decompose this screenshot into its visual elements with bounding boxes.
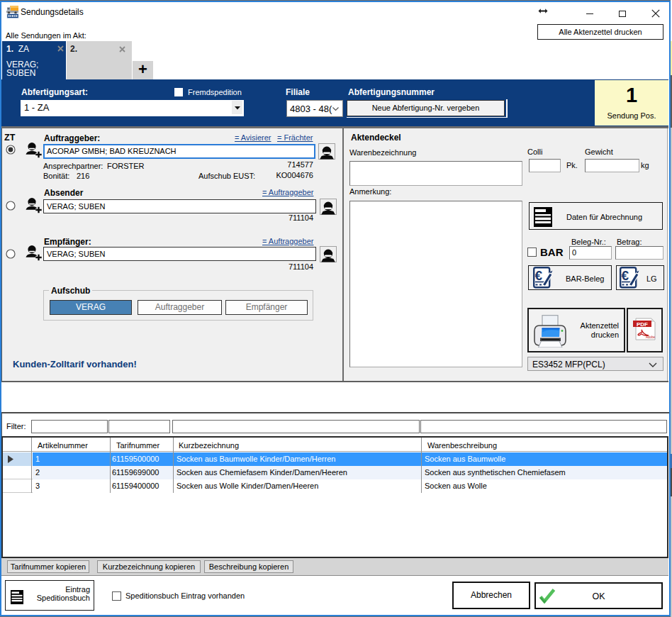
svg-text:PDF: PDF [637,321,648,328]
svg-text:Adobe: Adobe [646,335,656,339]
svg-text:€: € [622,268,629,283]
svg-text:€: € [535,268,543,283]
